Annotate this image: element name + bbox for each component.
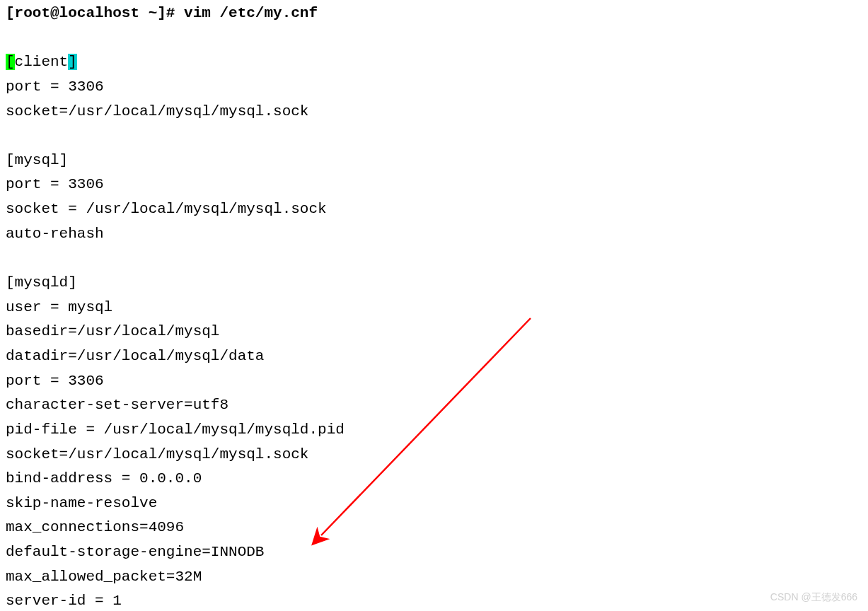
section-name: client [15,54,69,70]
blank-line [6,124,862,149]
config-line: max_connections=4096 [6,516,862,540]
config-line: character-set-server=utf8 [6,393,862,418]
config-line: user = mysql [6,296,862,320]
config-line: bind-address = 0.0.0.0 [6,467,862,491]
prompt-line: [root@localhost ~]# vim /etc/my.cnf [6,1,862,26]
blank-line [6,246,862,271]
config-line: default-storage-engine=INNODB [6,540,862,565]
config-line: socket = /usr/local/mysql/mysql.sock [6,197,862,222]
config-line: datadir=/usr/local/mysql/data [6,344,862,369]
config-line: port = 3306 [6,75,862,100]
section-client-header: [client] [6,50,862,75]
config-line: server-id = 1 [6,589,862,611]
config-line: max_allowed_packet=32M [6,565,862,590]
config-line: socket=/usr/local/mysql/mysql.sock [6,100,862,124]
config-line: socket=/usr/local/mysql/mysql.sock [6,443,862,467]
config-line: basedir=/usr/local/mysql [6,320,862,344]
bracket-close: ] [68,54,77,70]
config-line: port = 3306 [6,369,862,394]
bracket-open: [ [6,54,15,70]
blank-line [6,26,862,51]
shell-command: vim /etc/my.cnf [184,5,318,21]
watermark-text: CSDN @王德发666 [770,589,857,605]
section-mysql-header: [mysql] [6,149,862,173]
shell-prompt: [root@localhost ~]# [6,5,184,21]
config-line: skip-name-resolve [6,491,862,516]
config-line: port = 3306 [6,173,862,197]
config-line: auto-rehash [6,222,862,247]
config-line: pid-file = /usr/local/mysql/mysqld.pid [6,418,862,443]
section-mysqld-header: [mysqld] [6,271,862,296]
